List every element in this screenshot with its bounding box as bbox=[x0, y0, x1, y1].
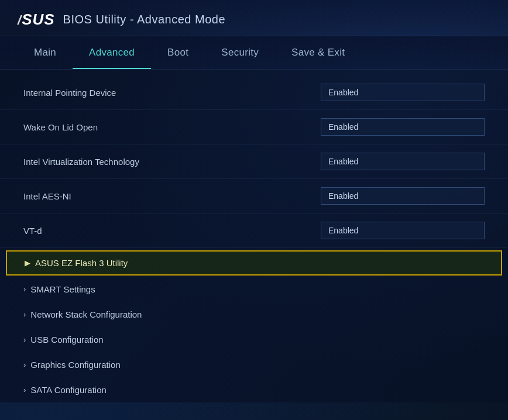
tab-main[interactable]: Main bbox=[18, 36, 73, 69]
submenu-label-usb: USB Configuration bbox=[30, 335, 103, 345]
setting-row-virt-tech: Intel Virtualization Technology Enabled bbox=[0, 144, 508, 179]
arrow-icon-ez-flash: ▶ bbox=[25, 259, 30, 267]
header: /SUS BIOS Utility - Advanced Mode bbox=[0, 0, 508, 36]
setting-row-wake-on-lid: Wake On Lid Open Enabled bbox=[0, 110, 508, 144]
submenu-label-network-stack: Network Stack Configuration bbox=[30, 309, 142, 319]
arrow-icon-sata: › bbox=[23, 385, 26, 394]
setting-value-vtd[interactable]: Enabled bbox=[321, 222, 485, 239]
setting-label-wake-on-lid: Wake On Lid Open bbox=[23, 122, 98, 132]
settings-section: Internal Pointing Device Enabled Wake On… bbox=[0, 70, 508, 248]
submenu-section: ▶ ASUS EZ Flash 3 Utility › SMART Settin… bbox=[0, 250, 508, 402]
submenu-item-smart[interactable]: › SMART Settings bbox=[0, 277, 508, 302]
submenu-item-graphics[interactable]: › Graphics Configuration bbox=[0, 352, 508, 377]
header-title: BIOS Utility - Advanced Mode bbox=[63, 13, 225, 26]
asus-logo: /SUS bbox=[18, 11, 55, 29]
setting-row-vtd: VT-d Enabled bbox=[0, 214, 508, 248]
setting-value-virt-tech[interactable]: Enabled bbox=[321, 153, 485, 170]
submenu-item-usb[interactable]: › USB Configuration bbox=[0, 327, 508, 352]
submenu-label-smart: SMART Settings bbox=[30, 284, 95, 294]
setting-label-vtd: VT-d bbox=[23, 226, 42, 236]
arrow-icon-smart: › bbox=[23, 285, 26, 294]
setting-label-aes-ni: Intel AES-NI bbox=[23, 191, 71, 201]
arrow-icon-network: › bbox=[23, 310, 26, 319]
setting-value-aes-ni[interactable]: Enabled bbox=[321, 187, 485, 205]
submenu-item-ez-flash[interactable]: ▶ ASUS EZ Flash 3 Utility bbox=[6, 250, 502, 276]
tab-advanced[interactable]: Advanced bbox=[73, 36, 151, 69]
submenu-label-ez-flash: ASUS EZ Flash 3 Utility bbox=[35, 258, 128, 268]
setting-row-internal-pointing: Internal Pointing Device Enabled bbox=[0, 75, 508, 110]
arrow-icon-graphics: › bbox=[23, 360, 26, 369]
setting-value-wake-on-lid[interactable]: Enabled bbox=[321, 118, 485, 136]
setting-label-virt-tech: Intel Virtualization Technology bbox=[23, 157, 139, 167]
setting-value-internal-pointing[interactable]: Enabled bbox=[321, 84, 485, 101]
submenu-item-sata[interactable]: › SATA Configuration bbox=[0, 377, 508, 402]
tab-security[interactable]: Security bbox=[205, 36, 275, 69]
setting-label-internal-pointing: Internal Pointing Device bbox=[23, 88, 116, 98]
submenu-item-network-stack[interactable]: › Network Stack Configuration bbox=[0, 302, 508, 327]
tab-boot[interactable]: Boot bbox=[151, 36, 205, 69]
nav-tabs: Main Advanced Boot Security Save & Exit bbox=[0, 36, 508, 70]
logo-area: /SUS BIOS Utility - Advanced Mode bbox=[18, 11, 225, 29]
submenu-label-graphics: Graphics Configuration bbox=[30, 360, 120, 370]
submenu-label-sata: SATA Configuration bbox=[30, 385, 107, 395]
tab-save-exit[interactable]: Save & Exit bbox=[275, 36, 361, 69]
setting-row-aes-ni: Intel AES-NI Enabled bbox=[0, 179, 508, 214]
main-content: Internal Pointing Device Enabled Wake On… bbox=[0, 70, 508, 402]
arrow-icon-usb: › bbox=[23, 335, 26, 344]
